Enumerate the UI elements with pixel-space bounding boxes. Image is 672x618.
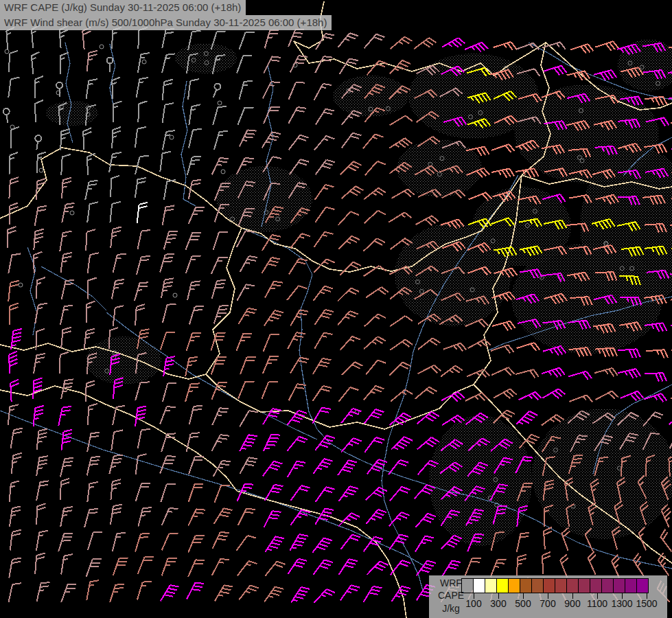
colorbar-segment: [461, 578, 474, 593]
colorbar-tick-label: 100: [460, 598, 487, 609]
colorbar-segment: [520, 578, 532, 593]
colorbar-tick-label: 500: [509, 598, 537, 609]
terrain-stipple: [46, 101, 98, 126]
colorbar-segment: [578, 578, 590, 593]
colorbar-segment: [625, 578, 637, 593]
colorbar-segment: [566, 578, 579, 593]
colorbar-segment: [613, 578, 625, 593]
terrain-stipple: [397, 139, 482, 197]
colorbar-tick-label: 1500: [633, 598, 660, 609]
colorbar: [461, 578, 649, 593]
terrain-stipple: [175, 43, 237, 73]
colorbar-tick-label: 900: [559, 598, 586, 609]
colorbar-segment: [508, 578, 520, 593]
terrain-stipple: [395, 223, 511, 326]
colorbar-segment: [485, 578, 497, 593]
colorbar-segment: [555, 578, 567, 593]
terrain-stipple: [86, 336, 161, 385]
colorbar-segment: [601, 578, 614, 593]
colorbar-tick-label: 300: [485, 598, 512, 609]
colorbar-segment: [473, 578, 485, 593]
map-title-shear: WRF Wind shear (m/s) 500/1000hPa Sunday …: [0, 15, 332, 30]
wind-barb-calm: [60, 88, 60, 97]
colorbar-tick-label: 1100: [583, 598, 611, 609]
colorbar-tick-label: 1300: [608, 598, 636, 609]
map-title-cape: WRF CAPE (J/kg) Sunday 30-11-2025 06:00 …: [0, 0, 246, 15]
colorbar-segment: [496, 578, 509, 593]
weather-map: [0, 0, 672, 618]
cape-legend: WRF CAPE J/kg 10030050070090011001300150…: [429, 575, 667, 618]
colorbar-segment: [543, 578, 555, 593]
colorbar-segment: [636, 578, 649, 593]
terrain-stipple: [532, 409, 672, 539]
colorbar-segment: [531, 578, 544, 593]
colorbar-tick-label: 700: [534, 598, 561, 609]
colorbar-segment: [590, 578, 602, 593]
weather-map-stage: WRF CAPE (J/kg) Sunday 30-11-2025 06:00 …: [0, 0, 672, 618]
